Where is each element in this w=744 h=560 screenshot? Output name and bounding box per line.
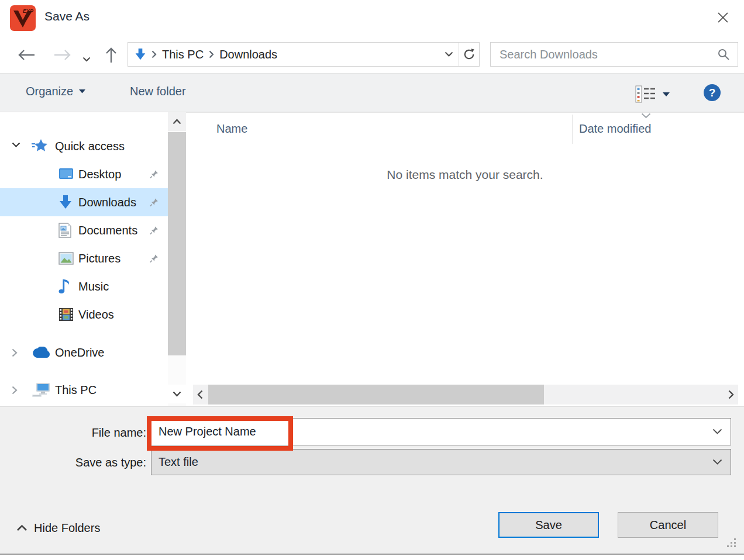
sidebar-item-music[interactable]: Music [0, 272, 168, 300]
save-form-panel: File name: Save as type: Text file Hide … [0, 406, 744, 554]
sidebar-item-this-pc[interactable]: This PC [0, 376, 168, 404]
sidebar-item-label: Quick access [55, 140, 125, 153]
file-name-input[interactable] [151, 425, 712, 438]
breadcrumb-this-pc[interactable]: This PC [162, 48, 204, 61]
details-view-icon [635, 85, 656, 103]
chevron-down-icon [82, 57, 91, 62]
videos-icon [58, 307, 74, 322]
scroll-right-button[interactable] [724, 385, 738, 405]
new-folder-button[interactable]: New folder [130, 85, 186, 98]
address-bar[interactable]: This PC Downloads [128, 42, 480, 67]
this-pc-icon [32, 382, 50, 397]
sidebar-item-label: Pictures [78, 252, 120, 265]
sidebar-item-quick-access[interactable]: Quick access [0, 132, 168, 160]
up-button[interactable] [101, 47, 122, 63]
chevron-down-icon [173, 391, 181, 397]
pictures-icon [58, 252, 74, 265]
sidebar-item-label: Desktop [78, 168, 121, 181]
breadcrumb-chevron-icon [151, 50, 157, 58]
title-bar: EXP Save As [0, 0, 744, 36]
search-icon [717, 48, 730, 61]
save-as-type-label: Save as type: [0, 456, 146, 469]
back-button[interactable] [16, 47, 37, 63]
pin-icon [150, 170, 159, 179]
new-folder-label: New folder [130, 85, 186, 98]
organize-button[interactable]: Organize [26, 85, 85, 98]
window-bottom-edge [0, 554, 744, 555]
quick-access-star-icon [32, 139, 48, 154]
command-bar: Organize New folder [0, 73, 744, 112]
window-title: Save As [44, 9, 89, 23]
sidebar-item-onedrive[interactable]: OneDrive [0, 338, 168, 367]
chevron-right-icon [728, 390, 734, 399]
file-name-combobox [151, 418, 731, 445]
save-as-type-value: Text file [151, 455, 712, 469]
view-options-caret[interactable] [663, 92, 670, 97]
sidebar-item-label: Documents [78, 224, 137, 237]
sidebar-item-desktop[interactable]: Desktop [0, 160, 168, 188]
sidebar-item-label: Downloads [78, 196, 136, 209]
cancel-button[interactable]: Cancel [618, 512, 718, 538]
save-as-dialog: EXP Save As [0, 0, 744, 560]
refresh-icon [463, 48, 476, 61]
sidebar-scrollbar[interactable] [168, 112, 186, 406]
chevron-right-icon [12, 386, 18, 395]
breadcrumb-chevron-icon [209, 50, 214, 58]
file-list-area[interactable]: Name Date modified No items match your s… [186, 112, 744, 406]
scrollbar-thumb[interactable] [168, 132, 186, 355]
chevron-up-icon [16, 524, 27, 531]
change-view-button[interactable] [635, 85, 656, 103]
breadcrumb-downloads[interactable]: Downloads [219, 48, 277, 61]
empty-list-message: No items match your search. [186, 168, 744, 182]
chevron-down-icon[interactable] [712, 428, 722, 435]
chevron-down-icon [12, 142, 20, 148]
column-header-date-modified[interactable]: Date modified [579, 122, 651, 136]
scroll-up-button[interactable] [168, 112, 186, 131]
horizontal-scrollbar[interactable] [193, 385, 738, 405]
sidebar-item-videos[interactable]: Videos [0, 300, 168, 329]
hide-folders-button[interactable]: Hide Folders [16, 518, 100, 537]
address-dropdown-button[interactable] [439, 43, 459, 66]
hide-folders-label: Hide Folders [34, 521, 100, 535]
close-button[interactable] [711, 6, 735, 29]
sort-chevron-icon [641, 113, 651, 119]
pin-icon [150, 226, 159, 235]
scroll-down-button[interactable] [168, 385, 186, 403]
help-button[interactable]: ? [704, 84, 721, 101]
search-input[interactable] [491, 48, 717, 61]
save-as-type-select[interactable]: Text file [151, 449, 731, 475]
sidebar-item-pictures[interactable]: Pictures [0, 244, 168, 272]
forward-arrow-icon [53, 49, 72, 61]
column-divider[interactable] [572, 115, 573, 144]
resize-grip[interactable] [726, 538, 736, 548]
desktop-icon [58, 168, 74, 181]
documents-icon [58, 223, 71, 238]
sidebar-item-label: Music [78, 280, 109, 293]
chevron-right-icon [12, 348, 18, 357]
scrollbar-thumb[interactable] [208, 385, 544, 405]
scroll-left-button[interactable] [193, 385, 207, 405]
up-arrow-icon [105, 46, 118, 64]
save-button[interactable]: Save [498, 512, 599, 538]
recent-locations-button[interactable] [80, 51, 94, 67]
sidebar-item-label: This PC [55, 383, 97, 397]
chevron-down-icon [712, 459, 722, 465]
column-header-name[interactable]: Name [216, 122, 247, 136]
caret-down-icon [663, 92, 670, 97]
onedrive-cloud-icon [32, 347, 51, 358]
organize-label: Organize [26, 85, 73, 98]
sidebar-item-documents[interactable]: Documents [0, 216, 168, 244]
caret-down-icon [79, 89, 85, 94]
chevron-down-icon [445, 51, 453, 57]
chevron-up-icon [173, 119, 181, 125]
sidebar-item-downloads[interactable]: Downloads [0, 188, 168, 216]
navigation-pane: Quick access Desktop [0, 112, 168, 406]
app-icon: EXP [10, 5, 36, 31]
pin-icon [150, 198, 159, 207]
sidebar-item-label: Videos [78, 308, 114, 322]
close-icon [716, 11, 730, 25]
back-arrow-icon [17, 49, 36, 61]
forward-button[interactable] [52, 47, 73, 63]
refresh-button[interactable] [459, 43, 479, 66]
sidebar-item-label: OneDrive [55, 346, 104, 359]
